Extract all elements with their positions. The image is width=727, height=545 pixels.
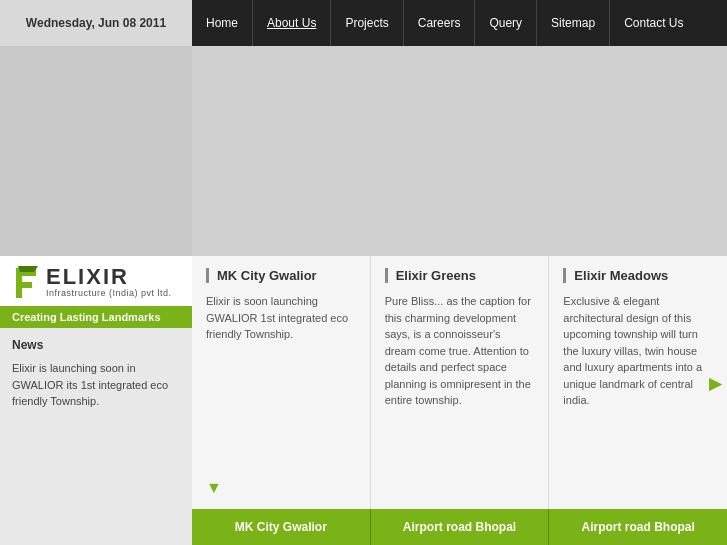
date-text: Wednesday, Jun 08 2011 (26, 16, 166, 30)
card-title-2: Elixir Meadows (563, 268, 713, 283)
date-display: Wednesday, Jun 08 2011 (0, 0, 192, 46)
card-0: MK City GwaliorElixir is soon launching … (192, 256, 371, 509)
cta-button-1[interactable]: Airport road Bhopal (371, 509, 550, 545)
top-bar: Wednesday, Jun 08 2011 HomeAbout UsProje… (0, 0, 727, 46)
main-layout: ELIXIR Infrastructure (India) pvt ltd. C… (0, 46, 727, 545)
nav-item-query[interactable]: Query (475, 0, 537, 46)
navigation: HomeAbout UsProjectsCareersQuerySitemapC… (192, 0, 727, 46)
sidebar-banner (0, 46, 192, 256)
cta-button-2[interactable]: Airport road Bhopal (549, 509, 727, 545)
news-content: Elixir is launching soon in GWALIOR its … (0, 356, 192, 545)
content-area: MK City GwaliorElixir is soon launching … (192, 46, 727, 545)
cta-button-0[interactable]: MK City Gwalior (192, 509, 371, 545)
news-title: News (0, 328, 192, 356)
card-title-1: Elixir Greens (385, 268, 535, 283)
logo-brand: ELIXIR (46, 266, 172, 288)
tagline-bar: Creating Lasting Landmarks (0, 306, 192, 328)
logo-subtitle: Infrastructure (India) pvt ltd. (46, 288, 172, 300)
nav-item-projects[interactable]: Projects (331, 0, 403, 46)
logo-icon (12, 266, 40, 300)
card-2: Elixir MeadowsExclusive & elegant archit… (549, 256, 727, 509)
nav-item-sitemap[interactable]: Sitemap (537, 0, 610, 46)
card-title-0: MK City Gwalior (206, 268, 356, 283)
logo-area: ELIXIR Infrastructure (India) pvt ltd. (0, 256, 192, 306)
nav-item-about-us[interactable]: About Us (253, 0, 331, 46)
card-arrow-right-2: ▶ (709, 373, 721, 392)
nav-item-home[interactable]: Home (192, 0, 253, 46)
content-banner (192, 46, 727, 256)
logo-container: ELIXIR Infrastructure (India) pvt ltd. (12, 266, 172, 300)
svg-marker-0 (16, 268, 36, 298)
logo-text-group: ELIXIR Infrastructure (India) pvt ltd. (46, 266, 172, 300)
nav-item-careers[interactable]: Careers (404, 0, 476, 46)
nav-item-contact-us[interactable]: Contact Us (610, 0, 697, 46)
card-text-0: Elixir is soon launching GWALIOR 1st int… (206, 293, 356, 473)
sidebar: ELIXIR Infrastructure (India) pvt ltd. C… (0, 46, 192, 545)
tagline-text: Creating Lasting Landmarks (12, 311, 161, 323)
cards-section: MK City GwaliorElixir is soon launching … (192, 256, 727, 509)
card-text-1: Pure Bliss... as the caption for this ch… (385, 293, 535, 497)
card-arrow-down-0: ▼ (206, 479, 356, 497)
card-text-2: Exclusive & elegant architectural design… (563, 293, 713, 497)
buttons-row: MK City GwaliorAirport road BhopalAirpor… (192, 509, 727, 545)
card-1: Elixir GreensPure Bliss... as the captio… (371, 256, 550, 509)
